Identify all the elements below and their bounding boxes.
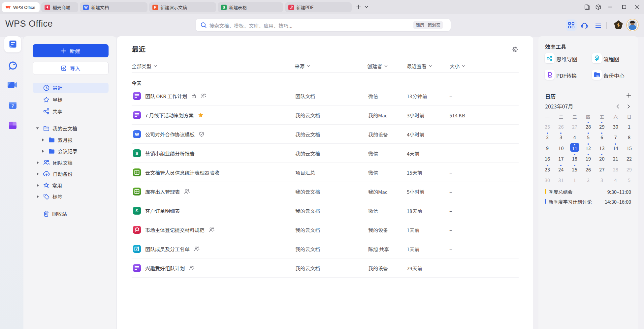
- svg-text:S: S: [135, 151, 138, 156]
- svg-text:S: S: [135, 208, 138, 213]
- svg-text:W: W: [135, 132, 139, 137]
- svg-text:7: 7: [12, 104, 14, 108]
